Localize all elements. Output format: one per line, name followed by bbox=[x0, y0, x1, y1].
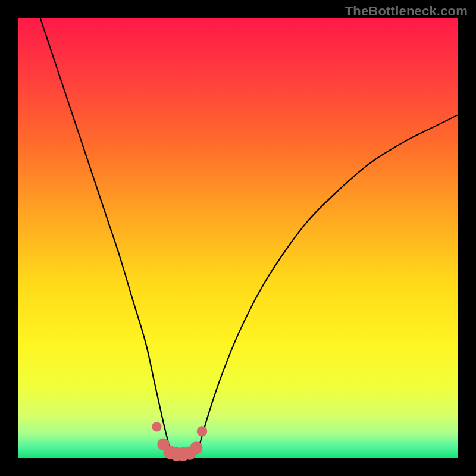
valley-marker bbox=[197, 426, 208, 437]
valley-marker bbox=[190, 441, 202, 454]
valley-marker bbox=[152, 422, 161, 431]
bottleneck-chart bbox=[0, 0, 476, 476]
chart-frame: TheBottleneck.com bbox=[0, 0, 476, 476]
plot-background bbox=[18, 18, 458, 458]
